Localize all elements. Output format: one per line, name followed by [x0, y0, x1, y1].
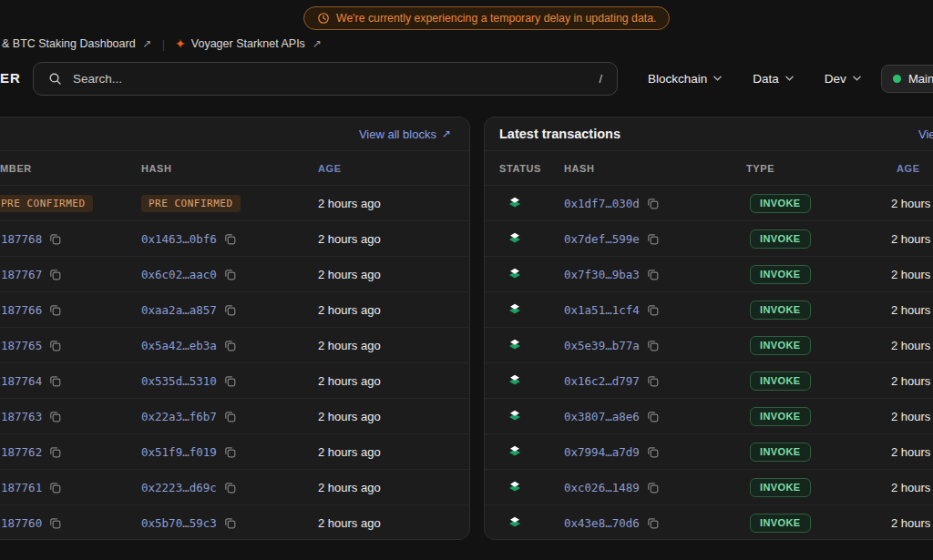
nav-blockchain[interactable]: Blockchain — [641, 68, 729, 89]
block-number-link[interactable]: 187760 — [1, 516, 42, 530]
copy-icon[interactable] — [224, 304, 236, 316]
copy-icon[interactable] — [49, 304, 61, 316]
column-header-type[interactable]: TYPE — [746, 163, 897, 174]
view-all-transactions-link[interactable]: View all transactions ↗ — [918, 117, 933, 151]
copy-icon[interactable] — [224, 340, 236, 351]
block-hash-link[interactable]: 0x5a42…eb3a — [141, 339, 217, 352]
tx-hash-link[interactable]: 0xc026…1489 — [564, 481, 640, 494]
copy-icon[interactable] — [49, 233, 61, 245]
copy-icon[interactable] — [49, 375, 61, 387]
network-status-dot — [893, 75, 901, 83]
search-bar[interactable]: / — [33, 62, 618, 96]
copy-icon[interactable] — [49, 340, 61, 351]
block-number-link[interactable]: 187766 — [1, 303, 42, 317]
copy-icon[interactable] — [647, 517, 659, 529]
tx-status-accepted-icon — [508, 267, 522, 281]
external-link-icon: ↗ — [313, 37, 322, 50]
copy-icon[interactable] — [224, 411, 236, 423]
search-input[interactable] — [73, 72, 588, 86]
block-hash-link[interactable]: 0x2223…d69c — [141, 481, 217, 494]
nav-data[interactable]: Data — [745, 68, 801, 89]
block-number-link[interactable]: 187767 — [1, 268, 42, 281]
external-link-icon: ↗ — [143, 37, 152, 50]
tx-age: 2 hours ago — [891, 197, 933, 210]
tx-hash-link[interactable]: 0x16c2…d797 — [564, 374, 640, 388]
tx-status-accepted-icon — [508, 373, 522, 388]
view-all-blocks-link[interactable]: View all blocks ↗ — [359, 127, 451, 141]
tx-type-badge: INVOKE — [750, 265, 811, 284]
copy-icon[interactable] — [647, 304, 659, 316]
copy-icon[interactable] — [49, 482, 61, 494]
transactions-panel-title: Latest transactions — [499, 127, 620, 141]
copy-icon[interactable] — [647, 269, 659, 280]
pre-confirmed-row: PRE CONFIRMED PRE CONFIRMED 2 hours ago — [0, 185, 469, 220]
chevron-down-icon — [853, 76, 861, 81]
copy-icon[interactable] — [647, 446, 659, 458]
block-hash-link[interactable]: 0x51f9…f019 — [141, 445, 217, 459]
block-hash-link[interactable]: 0x6c02…aac0 — [141, 268, 217, 281]
clock-icon — [317, 12, 330, 25]
staking-dashboard-link[interactable]: & BTC Staking Dashboard ↗ — [2, 37, 152, 50]
block-number-link[interactable]: 187761 — [1, 481, 42, 494]
copy-icon[interactable] — [224, 517, 236, 529]
nav-dev[interactable]: Dev — [817, 68, 868, 89]
column-header-hash[interactable]: HASH — [141, 163, 318, 174]
column-header-status[interactable]: STATUS — [499, 163, 564, 174]
nav-blockchain-label: Blockchain — [648, 72, 707, 86]
transactions-table-body: 0x1df7…030d INVOKE 2 hours ago 0x7def…59… — [485, 185, 933, 540]
pre-confirmed-badge[interactable]: PRE CONFIRMED — [141, 195, 241, 212]
block-hash-link[interactable]: 0x1463…0bf6 — [141, 232, 217, 246]
table-row: 187761 0x2223…d69c 2 hours ago — [0, 469, 469, 504]
copy-icon[interactable] — [224, 482, 236, 494]
pre-confirmed-badge[interactable]: PRE CONFIRMED — [0, 195, 93, 212]
table-row: 187760 0x5b70…59c3 2 hours ago — [0, 504, 469, 540]
block-number-link[interactable]: 187765 — [1, 339, 42, 352]
tx-hash-link[interactable]: 0x7f30…9ba3 — [564, 268, 640, 281]
table-row: 0xc026…1489 INVOKE 2 hours ago — [485, 469, 933, 504]
table-row: 0x1df7…030d INVOKE 2 hours ago — [485, 185, 933, 220]
voyager-apis-link[interactable]: ✦ Voyager Starknet APIs ↗ — [175, 36, 322, 51]
copy-icon[interactable] — [224, 375, 236, 387]
copy-icon[interactable] — [224, 446, 236, 458]
block-hash-link[interactable]: 0x5b70…59c3 — [141, 516, 217, 530]
block-number-link[interactable]: 187768 — [1, 232, 42, 246]
tx-hash-link[interactable]: 0x5e39…b77a — [564, 339, 640, 352]
tx-hash-link[interactable]: 0x3807…a8e6 — [564, 410, 640, 423]
search-shortcut-hint: / — [599, 72, 602, 86]
copy-icon[interactable] — [49, 269, 61, 280]
table-row: 0x16c2…d797 INVOKE 2 hours ago — [485, 362, 933, 398]
block-hash-link[interactable]: 0x22a3…f6b7 — [141, 410, 217, 423]
copy-icon[interactable] — [647, 411, 659, 423]
divider: | — [162, 37, 165, 51]
table-row: 187767 0x6c02…aac0 2 hours ago — [0, 256, 469, 291]
copy-icon[interactable] — [49, 446, 61, 458]
copy-icon[interactable] — [49, 517, 61, 529]
tx-age: 2 hours ago — [891, 303, 933, 317]
tx-age: 2 hours ago — [891, 410, 933, 423]
copy-icon[interactable] — [49, 411, 61, 423]
copy-icon[interactable] — [647, 482, 659, 494]
copy-icon[interactable] — [647, 233, 659, 245]
tx-hash-link[interactable]: 0x1df7…030d — [564, 197, 640, 210]
copy-icon[interactable] — [647, 340, 659, 351]
column-header-age[interactable]: AGE — [897, 163, 933, 174]
copy-icon[interactable] — [647, 198, 659, 209]
block-number-link[interactable]: 187763 — [1, 410, 42, 423]
copy-icon[interactable] — [224, 233, 236, 245]
block-number-link[interactable]: 187762 — [1, 445, 42, 459]
voyager-logo[interactable]: ER — [0, 70, 21, 86]
tx-hash-link[interactable]: 0x1a51…1cf4 — [564, 303, 640, 317]
network-selector-button[interactable]: Mainnet — [881, 65, 933, 93]
block-number-link[interactable]: 187764 — [1, 374, 42, 388]
tx-hash-link[interactable]: 0x7994…a7d9 — [564, 445, 640, 459]
copy-icon[interactable] — [647, 375, 659, 387]
copy-icon[interactable] — [224, 269, 236, 280]
column-header-number[interactable]: NUMBER — [0, 163, 141, 174]
block-hash-link[interactable]: 0x535d…5310 — [141, 374, 217, 388]
column-header-age[interactable]: AGE — [318, 163, 451, 174]
staking-dashboard-label: & BTC Staking Dashboard — [2, 37, 136, 50]
column-header-hash[interactable]: HASH — [564, 163, 746, 174]
tx-hash-link[interactable]: 0x7def…599e — [564, 232, 640, 246]
block-hash-link[interactable]: 0xaa2a…a857 — [141, 303, 217, 317]
tx-hash-link[interactable]: 0x43e8…70d6 — [564, 516, 640, 530]
